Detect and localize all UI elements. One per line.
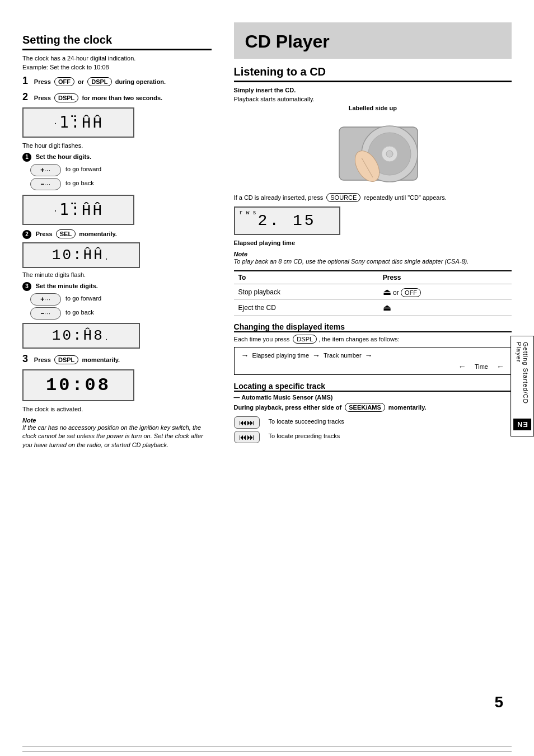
source-button[interactable]: SOURCE	[326, 193, 360, 202]
back-label-2: to go back	[65, 309, 94, 316]
seek-back-label: To locate preceding tracks	[269, 433, 340, 439]
right-note-title: Note	[234, 251, 512, 257]
seek-forward-button[interactable]: ⏮⏭	[234, 416, 260, 429]
display5-label: The clock is activated.	[22, 406, 212, 412]
display1-container: ·1̈:ĤĤ The hour digit flashes.	[22, 107, 212, 149]
seek-ams-button[interactable]: SEEK/AMS	[345, 403, 385, 412]
locating-title: Locating a specific track	[234, 382, 512, 392]
during-text: During playback, press either side of SE…	[234, 403, 512, 412]
table-cell-to-1: Stop playback	[234, 284, 378, 300]
circle-1: 1	[22, 153, 31, 162]
table-cell-press-2: ⏏	[378, 300, 512, 316]
display3: 10:ĤĤ·	[22, 242, 140, 268]
plus-button-1[interactable]: +···	[30, 164, 61, 176]
main-content: Setting the clock The clock has a 24-hou…	[0, 22, 534, 724]
step1-text: Press OFF or DSPL during operation.	[34, 78, 166, 85]
elapsed-label: Elapsed playing time	[234, 240, 512, 246]
footer-line-2	[22, 751, 512, 752]
seek-fwd-label: To locate succeeding tracks	[269, 418, 344, 425]
footer-lines	[0, 746, 534, 756]
substep1-label: Set the hour digits.	[36, 153, 92, 160]
plus-button-2[interactable]: +···	[30, 293, 61, 306]
svg-point-4	[386, 151, 393, 157]
minus-button-1[interactable]: −···	[30, 178, 61, 190]
table-col2: Press	[378, 271, 512, 284]
clock-example: Example: Set the clock to 10:08	[22, 64, 212, 71]
step2-text: Press DSPL for more than two seconds.	[34, 95, 162, 101]
side-tab: EN Getting Started/CD Player	[510, 336, 534, 436]
seek-fwd-row: ⏮⏭ To locate succeeding tracks	[234, 416, 512, 429]
side-tab-text: Getting Started/CD Player	[516, 342, 529, 414]
page-number: 5	[494, 693, 503, 711]
sel-button[interactable]: SEL	[56, 229, 76, 238]
minus-button-2[interactable]: −···	[30, 307, 61, 320]
flow-track: Track number	[324, 352, 361, 359]
substep3-label: Set the minute digits.	[36, 283, 98, 289]
step1: 1 Press OFF or DSPL during operation.	[22, 75, 212, 87]
changing-text: Each time you press DSPL , the item chan…	[234, 335, 512, 344]
circle-3: 3	[22, 282, 31, 291]
dspl-button-2[interactable]: DSPL	[54, 93, 78, 102]
locating-section: Locating a specific track — Automatic Mu…	[234, 382, 512, 443]
cd-display-container: r w s 2. 15 Elapsed playing time	[234, 206, 512, 246]
step2-number: 2	[22, 91, 28, 102]
clock-intro: The clock has a 24-hour digital indicati…	[22, 55, 212, 62]
display3-container: 10:ĤĤ· The minute digits flash.	[22, 242, 212, 278]
off-btn-table[interactable]: OFF	[401, 288, 421, 297]
off-button[interactable]: OFF	[54, 77, 74, 86]
flow-elapsed: Elapsed playing time	[252, 352, 310, 359]
source-note: If a CD is already inserted, press SOURC…	[234, 193, 512, 202]
flow-diagram: → Elapsed playing time → Track number → …	[234, 347, 512, 375]
labelled-side: Labelled side up	[234, 105, 512, 111]
footer-line-1	[22, 746, 512, 746]
display2: ·1̈:ĤĤ	[22, 195, 134, 225]
cd-svg	[317, 116, 429, 189]
back-btn-row-2: −··· to go back	[22, 307, 212, 320]
step3-number: 3	[22, 353, 28, 364]
playback-starts: Playback starts automatically.	[234, 96, 512, 102]
substep3: 3 Set the minute digits. +··· to go forw…	[22, 281, 212, 320]
table-row: Stop playback ⏏ or OFF	[234, 284, 512, 300]
dspl-button-3[interactable]: DSPL	[54, 355, 78, 364]
forward-btn-row: +··· to go forward	[22, 164, 212, 176]
right-note-text: To play back an 8 cm CD, use the optiona…	[234, 257, 512, 266]
right-note: Note To play back an 8 cm CD, use the op…	[234, 251, 512, 266]
step1-number: 1	[22, 75, 28, 86]
substep1: 1 Set the hour digits. +··· to go forwar…	[22, 152, 212, 190]
dspl-button-1[interactable]: DSPL	[87, 77, 111, 86]
insert-cd-section: Simply insert the CD. Playback starts au…	[234, 87, 512, 443]
changing-title: Changing the displayed items	[234, 322, 512, 332]
back-label-1: to go back	[65, 180, 94, 186]
seek-back-row: ⏮⏭ To locate preceding tracks	[234, 431, 512, 443]
cd-player-title: CD Player	[245, 31, 500, 52]
left-column: Setting the clock The clock has a 24-hou…	[22, 22, 228, 724]
display1: ·1̈:ĤĤ	[22, 107, 134, 138]
display4: 10:Ĥ8·	[22, 323, 140, 349]
step3-text: Press DSPL momentarily.	[34, 356, 120, 363]
table-cell-press-1: ⏏ or OFF	[378, 284, 512, 300]
substep2: 2 Press SEL momentarily.	[22, 229, 212, 239]
seek-buttons: ⏮⏭ To locate succeeding tracks ⏮⏭ To loc…	[234, 416, 512, 443]
seek-back-button[interactable]: ⏮⏭	[234, 431, 260, 443]
cd-table: To Press Stop playback ⏏ or OFF Eject th…	[234, 270, 512, 316]
cd-player-box: CD Player	[234, 22, 512, 59]
simply-insert: Simply insert the CD.	[234, 87, 512, 93]
display1-label: The hour digit flashes.	[22, 142, 212, 149]
display3-label: The minute digits flash.	[22, 271, 212, 278]
forward-label-1: to go forward	[65, 166, 101, 172]
dspl-button-changing[interactable]: DSPL	[293, 335, 317, 344]
left-note-text: If the car has no accessory position on …	[22, 424, 212, 449]
forward-btn-row-2: +··· to go forward	[22, 293, 212, 306]
display4-container: 10:Ĥ8·	[22, 323, 212, 349]
table-row: Eject the CD ⏏	[234, 300, 512, 316]
left-note-title: Note	[22, 417, 212, 424]
display5-container: 10:08 The clock is activated.	[22, 369, 212, 412]
cd-display: r w s 2. 15	[234, 206, 340, 235]
right-section-title: Listening to a CD	[234, 65, 512, 82]
flow-time: Time	[475, 363, 488, 370]
left-section-title: Setting the clock	[22, 34, 212, 50]
cd-image	[317, 116, 429, 189]
step2: 2 Press DSPL for more than two seconds.	[22, 91, 212, 103]
page-container: Setting the clock The clock has a 24-hou…	[0, 0, 534, 756]
display2-container: ·1̈:ĤĤ	[22, 195, 212, 225]
